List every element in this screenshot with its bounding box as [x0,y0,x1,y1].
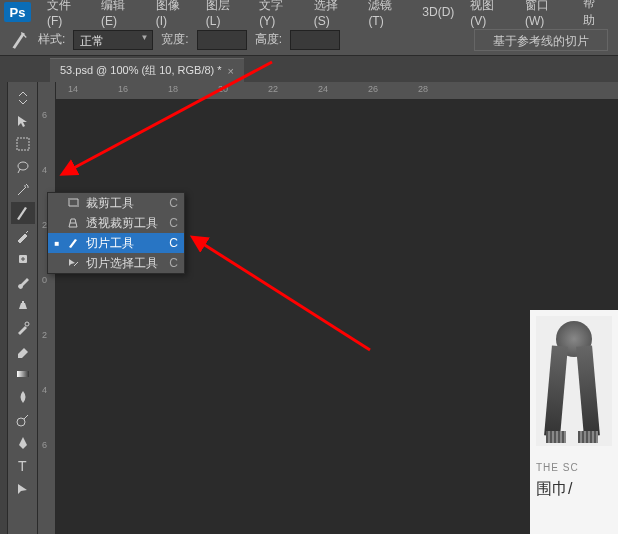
svg-point-1 [18,162,28,170]
preview-caption-cn: 围巾/ [536,479,618,500]
ruler-mark: 28 [418,84,428,94]
width-label: 宽度: [161,31,188,48]
flyout-label: 切片工具 [86,235,163,252]
menu-3d[interactable]: 3D(D) [414,5,462,19]
history-brush-tool[interactable] [11,317,35,339]
blur-tool[interactable] [11,386,35,408]
healing-brush-tool[interactable] [11,248,35,270]
bullet-icon: ■ [54,239,60,248]
flyout-perspective-crop-tool[interactable]: 透视裁剪工具 C [48,213,184,233]
menu-select[interactable]: 选择(S) [306,0,361,28]
ruler-mark: 4 [42,385,47,395]
ruler-mark: 2 [42,330,47,340]
document-tab[interactable]: 53.psd @ 100% (组 10, RGB/8) * × [50,58,244,82]
ps-logo-icon: Ps [4,2,31,22]
document-tab-bar: 53.psd @ 100% (组 10, RGB/8) * × [0,56,618,82]
move-tool[interactable] [11,110,35,132]
flyout-slice-select-tool[interactable]: 切片选择工具 C [48,253,184,273]
canvas-area: 14 16 18 20 22 24 26 28 6 4 2 0 2 4 6 [38,82,618,534]
menu-image[interactable]: 图像(I) [148,0,198,28]
svg-rect-0 [17,138,29,150]
menu-filter[interactable]: 滤镜(T) [360,0,414,28]
ruler-mark: 14 [68,84,78,94]
height-input[interactable] [290,30,340,50]
flyout-shortcut: C [169,256,178,270]
canvas[interactable]: THE SC 围巾/ [56,100,618,534]
menu-type[interactable]: 文字(Y) [251,0,306,28]
eyedropper-tool[interactable] [11,225,35,247]
ruler-mark: 6 [42,110,47,120]
flyout-shortcut: C [169,216,178,230]
slice-tool-icon[interactable] [10,30,30,50]
flyout-label: 裁剪工具 [86,195,163,212]
ruler-mark: 6 [42,440,47,450]
flyout-shortcut: C [169,236,178,250]
left-gutter [0,82,8,534]
menu-window[interactable]: 窗口(W) [517,0,575,28]
menu-help[interactable]: 帮助 [575,0,614,29]
ruler-mark: 0 [42,275,47,285]
slice-from-guides-button[interactable]: 基于参考线的切片 [474,29,608,51]
ruler-mark: 24 [318,84,328,94]
ruler-horizontal[interactable]: 14 16 18 20 22 24 26 28 [38,82,618,100]
ruler-corner [38,82,56,100]
perspective-crop-icon [66,217,80,229]
width-input[interactable] [197,30,247,50]
ruler-vertical[interactable]: 6 4 2 0 2 4 6 [38,100,56,534]
eraser-tool[interactable] [11,340,35,362]
flyout-slice-tool[interactable]: ■ 切片工具 C [48,233,184,253]
tool-flyout-menu: 裁剪工具 C 透视裁剪工具 C ■ 切片工具 C 切片选择工具 C [47,192,185,274]
options-bar: 样式: 正常▼ 宽度: 高度: 基于参考线的切片 [0,24,618,56]
svg-rect-4 [17,371,29,377]
menu-edit[interactable]: 编辑(E) [93,0,148,28]
type-tool[interactable]: T [11,455,35,477]
style-select[interactable]: 正常▼ [73,30,153,50]
close-icon[interactable]: × [228,65,234,77]
crop-tool[interactable] [11,202,35,224]
expand-icon[interactable] [11,87,35,109]
magic-wand-tool[interactable] [11,179,35,201]
ruler-mark: 22 [268,84,278,94]
flyout-label: 切片选择工具 [86,255,163,272]
marquee-tool[interactable] [11,133,35,155]
svg-point-5 [17,418,25,426]
style-label: 样式: [38,31,65,48]
tool-panel: T [8,82,38,534]
menu-file[interactable]: 文件(F) [39,0,93,28]
slice-select-icon [66,257,80,269]
ruler-mark: 4 [42,165,47,175]
scarf-image [536,316,612,446]
dodge-tool[interactable] [11,409,35,431]
crop-icon [66,197,80,209]
brush-tool[interactable] [11,271,35,293]
menu-layer[interactable]: 图层(L) [198,0,251,28]
workspace: T 14 16 18 20 22 24 26 28 6 4 2 0 2 4 6 [0,82,618,534]
height-label: 高度: [255,31,282,48]
lasso-tool[interactable] [11,156,35,178]
path-selection-tool[interactable] [11,478,35,500]
ruler-mark: 16 [118,84,128,94]
ruler-mark: 18 [168,84,178,94]
menu-view[interactable]: 视图(V) [462,0,517,28]
slice-icon [66,237,80,249]
preview-caption-en: THE SC [536,462,618,473]
clone-stamp-tool[interactable] [11,294,35,316]
menu-bar: Ps 文件(F) 编辑(E) 图像(I) 图层(L) 文字(Y) 选择(S) 滤… [0,0,618,24]
ruler-mark: 26 [368,84,378,94]
image-preview-panel: THE SC 围巾/ [530,310,618,534]
flyout-label: 透视裁剪工具 [86,215,163,232]
svg-point-3 [25,322,29,326]
flyout-crop-tool[interactable]: 裁剪工具 C [48,193,184,213]
flyout-shortcut: C [169,196,178,210]
gradient-tool[interactable] [11,363,35,385]
tab-title: 53.psd @ 100% (组 10, RGB/8) * [60,63,222,78]
ruler-mark: 20 [218,84,228,94]
svg-text:T: T [18,458,27,474]
pen-tool[interactable] [11,432,35,454]
